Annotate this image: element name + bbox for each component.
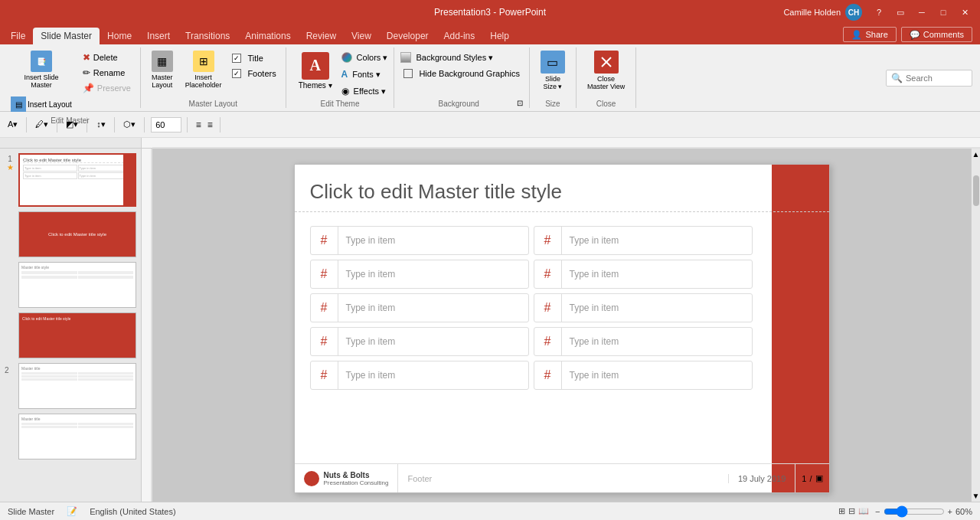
- tab-file[interactable]: File: [3, 28, 33, 44]
- colors-button[interactable]: Colors ▾: [341, 51, 388, 64]
- item-text-7[interactable]: Type in item: [338, 336, 528, 347]
- notes-button[interactable]: 📝: [67, 506, 77, 516]
- slide-thumb-2[interactable]: Click to edit Master title style: [18, 211, 136, 257]
- zoom-in-icon[interactable]: +: [948, 507, 952, 516]
- slide-thumb-5[interactable]: Master title: [18, 363, 136, 409]
- tab-home[interactable]: Home: [100, 28, 139, 44]
- reading-view-icon[interactable]: 📖: [858, 506, 869, 516]
- slide-item-6[interactable]: Master title: [5, 414, 136, 459]
- item-text-10[interactable]: Type in item: [562, 370, 752, 381]
- close-button[interactable]: ✕: [957, 5, 972, 20]
- normal-view-icon[interactable]: ⊞: [838, 506, 845, 516]
- align-left-button[interactable]: ≡: [194, 118, 204, 132]
- tab-slide-master[interactable]: Slide Master: [33, 28, 100, 44]
- slide-size-button[interactable]: ▭ SlideSize ▾: [536, 47, 570, 93]
- list-item[interactable]: # Type in item: [534, 327, 753, 356]
- list-item[interactable]: # Type in item: [534, 260, 753, 289]
- scroll-thumb[interactable]: [973, 175, 979, 206]
- search-box[interactable]: 🔍: [886, 70, 972, 87]
- ribbon-display-icon[interactable]: ▭: [893, 5, 908, 20]
- app-title: Presentation3 - PowerPoint: [434, 7, 546, 18]
- background-expand-icon[interactable]: ⊡: [517, 99, 523, 107]
- maximize-button[interactable]: □: [936, 5, 951, 20]
- item-text-3[interactable]: Type in item: [338, 269, 528, 280]
- slide-item-5[interactable]: 2 Master title: [5, 363, 136, 409]
- highlight-button[interactable]: 🖊▾: [32, 118, 51, 131]
- footers-checkbox-label[interactable]: ✓ Footers: [229, 67, 279, 80]
- horizontal-ruler: [152, 138, 980, 149]
- slide-content: # Type in item # Type in item # Type in …: [295, 220, 829, 396]
- list-item[interactable]: # Type in item: [534, 226, 753, 255]
- themes-button[interactable]: A Themes ▾: [292, 47, 338, 93]
- font-color-button[interactable]: A▾: [5, 118, 21, 131]
- slide-thumb-4[interactable]: Click to edit Master title style: [18, 312, 136, 358]
- vertical-scrollbar[interactable]: ▲ ▼: [971, 149, 980, 502]
- zoom-level[interactable]: 60%: [956, 507, 972, 516]
- list-item[interactable]: # Type in item: [310, 293, 529, 322]
- slide-item-3[interactable]: Master title style: [5, 262, 136, 308]
- tab-add-ins[interactable]: Add-ins: [436, 28, 483, 44]
- shapes-button[interactable]: ⬡▾: [120, 118, 139, 131]
- slide-thumb-1[interactable]: Click to edit Master title style Type in…: [18, 153, 136, 207]
- list-item[interactable]: # Type in item: [534, 293, 753, 322]
- align-center-button[interactable]: ≡: [205, 118, 215, 132]
- preserve-button[interactable]: 📌 Preserve: [80, 81, 134, 95]
- arrange-button[interactable]: ↕▾: [93, 118, 109, 131]
- effects-button[interactable]: ◉ Effects ▾: [341, 84, 388, 98]
- delete-button[interactable]: ✖ Delete: [80, 51, 134, 64]
- hide-background-label[interactable]: Hide Background Graphics: [400, 67, 522, 80]
- item-text-4[interactable]: Type in item: [562, 269, 752, 280]
- slide-item-2[interactable]: Click to edit Master title style: [5, 211, 136, 257]
- zoom-out-icon[interactable]: −: [875, 507, 880, 516]
- alignment-group: ≡ ≡: [194, 117, 224, 132]
- zoom-input[interactable]: [151, 117, 181, 132]
- slide-title[interactable]: Click to edit Master title style: [295, 165, 829, 212]
- shape-fill-button[interactable]: ◩▾: [63, 118, 81, 131]
- user-avatar[interactable]: CH: [845, 4, 862, 21]
- rename-button[interactable]: ✏ Rename: [80, 66, 134, 80]
- tab-insert[interactable]: Insert: [139, 28, 178, 44]
- ruler-corner-2: [142, 138, 152, 149]
- tab-help[interactable]: Help: [482, 28, 517, 44]
- item-text-6[interactable]: Type in item: [562, 303, 752, 313]
- list-item[interactable]: # Type in item: [310, 226, 529, 255]
- fonts-button[interactable]: A Fonts ▾: [341, 67, 388, 81]
- item-text-5[interactable]: Type in item: [338, 303, 528, 313]
- list-item[interactable]: # Type in item: [310, 361, 529, 390]
- tab-animations[interactable]: Animations: [237, 28, 298, 44]
- item-text-1[interactable]: Type in item: [338, 235, 528, 246]
- list-item[interactable]: # Type in item: [534, 361, 753, 390]
- comments-button[interactable]: 💬 Comments: [901, 27, 972, 42]
- slide-thumb-3[interactable]: Master title style: [18, 262, 136, 308]
- slide-sorter-icon[interactable]: ⊟: [848, 506, 855, 516]
- share-button[interactable]: 👤 Share: [843, 27, 896, 42]
- item-text-2[interactable]: Type in item: [562, 235, 752, 246]
- scroll-down-button[interactable]: ▼: [971, 490, 980, 502]
- rename-icon: ✏: [83, 67, 90, 78]
- slide-thumb-6[interactable]: Master title: [18, 414, 136, 459]
- item-text-9[interactable]: Type in item: [338, 370, 528, 381]
- insert-slide-master-button[interactable]: 📑 Insert SlideMaster: [6, 47, 77, 92]
- tab-transitions[interactable]: Transitions: [178, 28, 237, 44]
- tab-view[interactable]: View: [344, 28, 379, 44]
- minimize-button[interactable]: ─: [914, 5, 929, 20]
- zoom-slider[interactable]: [884, 505, 945, 518]
- master-layout-button[interactable]: ▦ MasterLayout: [147, 47, 178, 92]
- list-item[interactable]: # Type in item: [310, 327, 529, 356]
- slide-item-4[interactable]: Click to edit Master title style: [5, 312, 136, 358]
- insert-placeholder-button[interactable]: ⊞ InsertPlaceholder: [181, 47, 227, 92]
- tab-developer[interactable]: Developer: [379, 28, 436, 44]
- slide-item-1[interactable]: 1 ★ Click to edit Master title style Typ…: [5, 153, 136, 207]
- tab-review[interactable]: Review: [299, 28, 344, 44]
- list-item[interactable]: # Type in item: [310, 260, 529, 289]
- item-text-8[interactable]: Type in item: [562, 336, 752, 347]
- title-checkbox-label[interactable]: ✓ Title: [229, 52, 279, 64]
- scroll-up-button[interactable]: ▲: [971, 149, 980, 160]
- hash-icon-5: #: [311, 294, 338, 322]
- search-input[interactable]: [906, 74, 967, 83]
- footer-placeholder[interactable]: Footer: [398, 474, 728, 483]
- insert-layout-button[interactable]: ▤ Insert Layout: [6, 93, 77, 115]
- close-master-view-button[interactable]: CloseMaster View: [583, 47, 629, 93]
- help-icon[interactable]: ?: [871, 5, 887, 20]
- background-styles-button[interactable]: Background Styles ▾: [400, 51, 522, 64]
